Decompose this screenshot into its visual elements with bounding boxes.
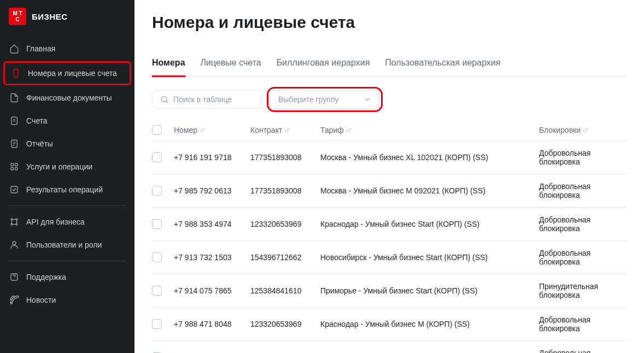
news-icon — [9, 295, 20, 305]
cell-block: Добровольная блокировка — [539, 315, 627, 333]
cell-block: Добровольная блокировка — [539, 182, 627, 199]
sort-icon — [284, 127, 291, 134]
search-input[interactable]: Поиск в таблице — [152, 90, 261, 109]
cell-block: Добровольная блокировка — [539, 149, 627, 166]
tab-numbers[interactable]: Номера — [152, 58, 185, 77]
tab-billing-hierarchy[interactable]: Биллинговая иерархия — [277, 58, 370, 77]
api-icon — [9, 216, 20, 227]
cell-contract: 177351893008 — [250, 186, 320, 195]
svg-rect-10 — [15, 163, 18, 166]
cell-tariff: Москва - Умный бизнес М 092021 (КОРП) (S… — [320, 186, 539, 195]
svg-rect-2 — [11, 117, 17, 125]
logo-brand: БИЗНЕС — [32, 12, 68, 21]
svg-rect-13 — [11, 186, 17, 193]
sidebar-item-label: Услуги и операции — [26, 162, 92, 171]
cell-contract: 154396712662 — [250, 253, 320, 262]
grid-icon — [9, 161, 20, 172]
table-row[interactable]: +7 989 800 2895123320653969Краснодар - У… — [152, 340, 627, 353]
sort-icon — [583, 127, 589, 134]
row-checkbox[interactable] — [152, 286, 162, 296]
col-block[interactable]: Блокировки — [539, 126, 627, 134]
sidebar-item-label: Результаты операций — [26, 185, 103, 194]
cell-tariff: Приморье - Умный бизнес Start (КОРП) (SS… — [320, 286, 539, 295]
logo-mark-icon: М ТС — [9, 8, 26, 25]
cell-contract: 123320653969 — [250, 320, 320, 328]
col-number[interactable]: Номер — [174, 126, 250, 134]
svg-rect-0 — [14, 69, 18, 78]
row-checkbox[interactable] — [152, 186, 162, 196]
cell-number: +7 913 732 1503 — [174, 253, 250, 262]
row-checkbox[interactable] — [152, 319, 162, 329]
chevron-down-icon — [364, 96, 371, 103]
cell-contract: 177351893008 — [250, 153, 320, 162]
cell-block: Добровольная блокировка — [539, 249, 627, 266]
cell-block: Добровольная блокировка — [539, 349, 627, 353]
sidebar-item-label: API для бизнеса — [26, 217, 85, 226]
sidebar-item-report[interactable]: Отчёты — [0, 132, 134, 155]
phone-icon — [10, 68, 21, 79]
svg-rect-11 — [11, 168, 14, 170]
nav-separator — [9, 205, 126, 206]
sidebar-item-doc[interactable]: Финансовые документы — [0, 86, 134, 109]
table-row[interactable]: +7 988 471 8048123320653969Краснодар - У… — [152, 307, 627, 340]
row-checkbox[interactable] — [152, 219, 162, 229]
sidebar-item-help[interactable]: Поддержка — [0, 266, 134, 289]
sidebar-item-label: Счета — [26, 116, 48, 125]
logo[interactable]: М ТС БИЗНЕС — [0, 0, 134, 37]
help-icon — [9, 272, 20, 283]
cell-tariff: Краснодар - Умный бизнес Start (КОРП) (S… — [320, 220, 539, 228]
sidebar-item-bill[interactable]: Счета — [0, 109, 134, 132]
user-icon — [9, 239, 20, 250]
sidebar-item-grid[interactable]: Услуги и операции — [0, 155, 134, 178]
main-content: Номера и лицевые счета Номера Лицевые сч… — [134, 0, 644, 353]
sidebar-item-label: Пользователи и роли — [26, 240, 102, 249]
table-header: Номер Контракт Тариф Блокировки — [152, 120, 627, 140]
svg-point-16 — [11, 223, 13, 225]
col-contract[interactable]: Контракт — [250, 126, 320, 134]
sidebar-item-user[interactable]: Пользователи и роли — [0, 233, 134, 256]
sidebar-item-label: Отчёты — [26, 139, 53, 148]
col-tariff[interactable]: Тариф — [320, 126, 539, 134]
row-checkbox[interactable] — [152, 252, 162, 262]
group-select[interactable]: Выберите группу — [270, 90, 379, 109]
cell-tariff: Новосибирск - Умный бизнес Start (КОРП) … — [320, 253, 539, 262]
sidebar-item-news[interactable]: Новости — [0, 289, 134, 311]
table-row[interactable]: +7 985 792 0613177351893008Москва - Умны… — [152, 174, 627, 207]
sidebar-item-label: Номера и лицевые счета — [28, 69, 117, 78]
page-title: Номера и лицевые счета — [152, 13, 627, 32]
sort-icon — [200, 127, 206, 134]
sidebar-item-check[interactable]: Результаты операций — [0, 178, 134, 201]
table-row[interactable]: +7 916 191 9718177351893008Москва - Умны… — [152, 140, 627, 174]
table-row[interactable]: +7 913 732 1503154396712662Новосибирск -… — [152, 240, 627, 274]
svg-point-22 — [13, 242, 16, 245]
svg-rect-12 — [15, 168, 18, 170]
cell-number: +7 985 792 0613 — [174, 186, 250, 195]
cell-number: +7 988 471 8048 — [174, 320, 250, 328]
doc-icon — [9, 92, 20, 103]
nav-separator — [9, 261, 126, 261]
sidebar-item-label: Главная — [26, 44, 55, 53]
select-all-checkbox[interactable] — [152, 125, 162, 135]
cell-block: Добровольная блокировка — [539, 215, 627, 233]
tab-user-hierarchy[interactable]: Пользовательская иерархия — [385, 58, 500, 77]
sidebar-item-home[interactable]: Главная — [0, 37, 134, 60]
row-checkbox[interactable] — [152, 152, 162, 162]
sidebar-item-label: Поддержка — [26, 273, 66, 281]
tab-accounts[interactable]: Лицевые счета — [201, 58, 261, 77]
cell-number: +7 916 191 9718 — [174, 153, 250, 162]
report-icon — [9, 138, 20, 149]
cell-contract: 123320653969 — [250, 220, 320, 228]
cell-number: +7 914 075 7865 — [174, 286, 250, 295]
cell-contract: 125384841610 — [250, 286, 320, 295]
table-row[interactable]: +7 914 075 7865125384841610Приморье - Ум… — [152, 274, 627, 307]
sort-icon — [346, 127, 353, 134]
check-icon — [9, 184, 20, 195]
tabs: Номера Лицевые счета Биллинговая иерархи… — [152, 58, 627, 77]
sidebar-item-phone[interactable]: Номера и лицевые счета — [3, 61, 131, 85]
svg-point-14 — [11, 219, 13, 220]
cell-block: Принудительная блокировка — [539, 282, 627, 299]
cell-number: +7 988 353 4974 — [174, 220, 250, 228]
sidebar-item-api[interactable]: API для бизнеса — [0, 210, 134, 233]
table-row[interactable]: +7 988 353 4974123320653969Краснодар - У… — [152, 207, 627, 240]
svg-point-15 — [16, 219, 17, 220]
